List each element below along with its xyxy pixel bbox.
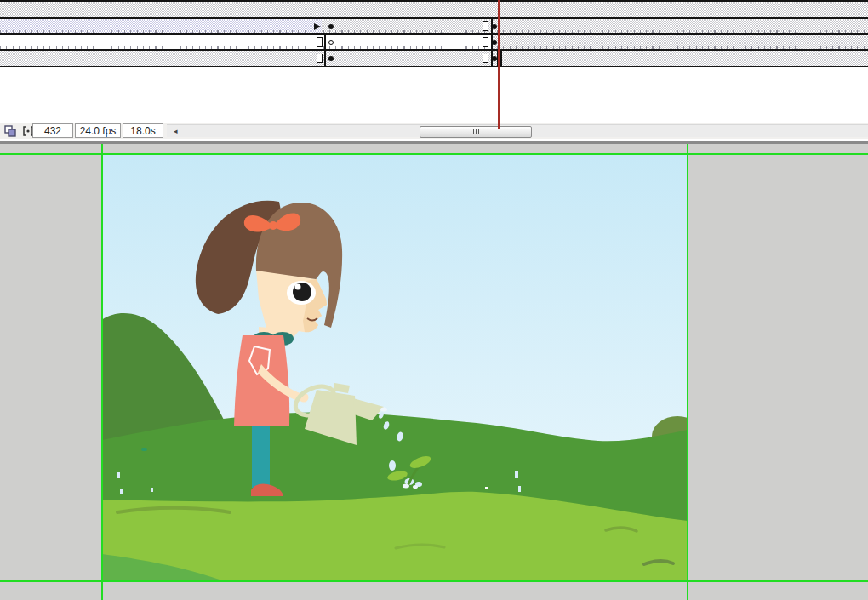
girl-bow-knot	[269, 221, 277, 230]
keyframe-marker[interactable]	[328, 24, 334, 29]
span-end-marker[interactable]	[483, 54, 488, 63]
timeline-row-border	[0, 33, 868, 35]
frame-rate-value: 24.0 fps	[80, 125, 117, 137]
timeline-row-3-span	[0, 51, 868, 66]
timeline-row-border	[0, 17, 868, 19]
girl-dress	[234, 335, 289, 426]
girl-legs	[252, 425, 270, 488]
field-speck	[120, 489, 123, 494]
scroll-left-arrow-icon[interactable]: ◂	[174, 128, 178, 135]
frame-rate-field[interactable]: 24.0 fps	[75, 123, 121, 138]
keyframe-marker[interactable]	[492, 24, 497, 29]
stage-guide-bottom	[0, 580, 868, 582]
keyframe-marker[interactable]	[328, 56, 334, 61]
elapsed-time-field[interactable]: 18.0s	[123, 123, 163, 138]
keyframe-marker[interactable]	[492, 40, 497, 45]
timeline-row-border	[0, 66, 868, 67]
stage-guide-top	[0, 153, 868, 155]
playhead-line[interactable]	[498, 0, 500, 129]
timeline-row-border	[0, 49, 868, 51]
span-boundary-line	[324, 35, 326, 66]
stage-canvas-girl-watering-scene[interactable]	[102, 154, 688, 581]
timeline-row-border	[0, 0, 868, 2]
timeline-row-0-span	[0, 2, 868, 17]
edit-multiple-frames-button[interactable]	[3, 124, 18, 138]
sprout-droplet	[403, 484, 409, 489]
edit-multiple-frames-icon	[4, 125, 17, 137]
current-frame-field[interactable]: 432	[32, 123, 73, 138]
span-end-marker[interactable]	[317, 54, 323, 63]
span-end-marker[interactable]	[483, 21, 488, 31]
field-speck	[141, 448, 147, 451]
span-end-marker[interactable]	[483, 37, 488, 47]
timeline-frames-area[interactable]	[0, 0, 868, 123]
empty-keyframe-marker[interactable]	[328, 40, 334, 45]
pasteboard	[0, 144, 868, 600]
elapsed-time-value: 18.0s	[130, 125, 155, 137]
field-speck	[151, 488, 153, 492]
field-speck	[117, 472, 120, 478]
tween-arrow-line	[0, 26, 316, 27]
field-speck	[518, 486, 521, 492]
current-frame-value: 432	[44, 125, 61, 137]
girl-eye-highlight	[295, 284, 301, 290]
stage-guide-right	[687, 144, 688, 600]
water-splash	[380, 408, 387, 412]
stage-guide-left	[101, 144, 103, 600]
timeline-scrollbar-thumb[interactable]	[420, 126, 532, 138]
scrollbar-grip-icon	[473, 129, 474, 134]
field-speck	[485, 487, 488, 489]
flash-authoring-window: { "timeline": { "status": { "current_fra…	[0, 0, 868, 600]
timeline-scrollbar-track[interactable]: ◂	[167, 124, 868, 137]
timeline-status-bar: 432 24.0 fps 18.0s ◂	[0, 123, 868, 139]
field-speck	[515, 471, 518, 478]
tween-arrow-head-icon	[314, 23, 321, 30]
sprout-droplet	[413, 485, 418, 489]
span-end-marker[interactable]	[317, 37, 323, 47]
